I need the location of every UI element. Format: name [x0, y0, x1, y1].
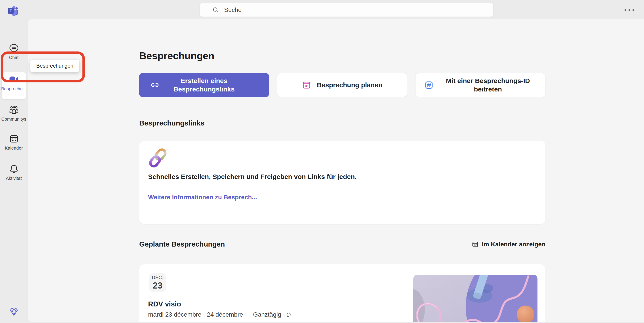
meeting-date-badge: DÉC. 23 [149, 273, 166, 292]
meeting-month: DÉC. [152, 275, 163, 280]
meeting-organizer: juliane grandgirard [148, 321, 199, 322]
communities-icon [8, 104, 19, 115]
meeting-duration: Ganztägig [253, 311, 281, 318]
search-placeholder: Suche [224, 6, 242, 14]
actions-row: Erstellen eines Besprechungslinks Bespre… [139, 73, 546, 97]
sidebar-label-activity: Aktivität [0, 176, 28, 181]
page-title: Besprechungen [139, 50, 214, 62]
meetings-section-header: Geplante Besprechungen Im Kalender anzei… [139, 240, 546, 248]
teams-window: T Suche Besprechungen Erstellen eines Be… [0, 0, 644, 323]
show-in-calendar-label: Im Kalender anzeigen [482, 241, 546, 248]
calendar-pink-icon [302, 80, 311, 90]
meeting-links-card: Schnelles Erstellen, Speichern und Freig… [139, 141, 546, 224]
more-menu-icon[interactable] [624, 8, 638, 12]
meeting-day: 23 [153, 280, 163, 290]
activity-bell-icon [9, 164, 19, 174]
sidebar-item-activity[interactable]: Aktivität [0, 164, 28, 181]
sidebar-item-communities[interactable]: Communitys [0, 104, 28, 122]
gem-icon [9, 308, 18, 316]
chat-icon [9, 43, 19, 53]
meetings-tooltip: Besprechungen [30, 60, 79, 72]
top-bar: T Suche [0, 0, 644, 19]
sidebar-item-calendar[interactable]: Kalender [0, 134, 28, 151]
meeting-date-range: mardi 23 décembre - 24 décembre [148, 311, 243, 318]
meeting-id-icon [424, 80, 434, 90]
meta-separator: · [247, 311, 249, 318]
meeting-card[interactable]: DÉC. 23 RDV visio mardi 23 décembre - 24… [139, 264, 546, 322]
calendar-icon [9, 134, 19, 144]
sidebar-label-meetings: Besprechu... [0, 86, 28, 92]
sidebar-label-communities: Communitys [0, 117, 28, 122]
schedule-meeting-button[interactable]: Besprechung planen [277, 73, 407, 97]
sidebar-item-chat[interactable]: Chat [0, 43, 28, 60]
links-card-description: Schnelles Erstellen, Speichern und Freig… [148, 173, 357, 180]
create-meeting-link-button[interactable]: Erstellen eines Besprechungslinks [139, 73, 269, 97]
app-rail: Chat Besprechu... Communitys [0, 19, 28, 323]
join-with-id-button[interactable]: Mit einer Besprechungs-ID beitreten [415, 73, 546, 97]
sidebar-label-calendar: Kalender [0, 146, 28, 151]
links-more-info-link[interactable]: Weitere Informationen zu Besprech... [148, 194, 257, 201]
search-input[interactable]: Suche [200, 3, 494, 17]
sidebar-item-meetings[interactable]: Besprechu... [0, 74, 28, 92]
chain-link-3d-icon [148, 148, 168, 168]
teams-logo-icon: T [7, 5, 18, 16]
teams-logo[interactable]: T [7, 5, 18, 16]
calendar-small-icon [472, 241, 479, 248]
recurring-icon [285, 311, 292, 318]
meeting-meta: mardi 23 décembre - 24 décembre · Ganztä… [148, 311, 292, 318]
meetings-video-icon [8, 74, 20, 84]
schedule-meeting-label: Besprechung planen [317, 81, 382, 89]
link-icon [150, 80, 160, 90]
sidebar-label-chat: Chat [0, 55, 28, 60]
meetings-section-heading: Geplante Besprechungen [139, 240, 225, 248]
join-with-id-label: Mit einer Besprechungs-ID beitreten [439, 77, 536, 94]
show-in-calendar-link[interactable]: Im Kalender anzeigen [472, 241, 546, 248]
create-meeting-link-label: Erstellen eines Besprechungslinks [166, 77, 242, 94]
meeting-title: RDV visio [148, 300, 181, 308]
content-panel: Besprechungen Erstellen eines Besprechun… [28, 19, 644, 322]
sidebar-item-premium[interactable] [0, 308, 28, 316]
meeting-illustration [413, 274, 538, 322]
links-section-heading: Besprechungslinks [139, 119, 204, 127]
search-icon [212, 6, 219, 14]
svg-text:T: T [10, 9, 12, 13]
meetings-tooltip-label: Besprechungen [36, 63, 73, 69]
